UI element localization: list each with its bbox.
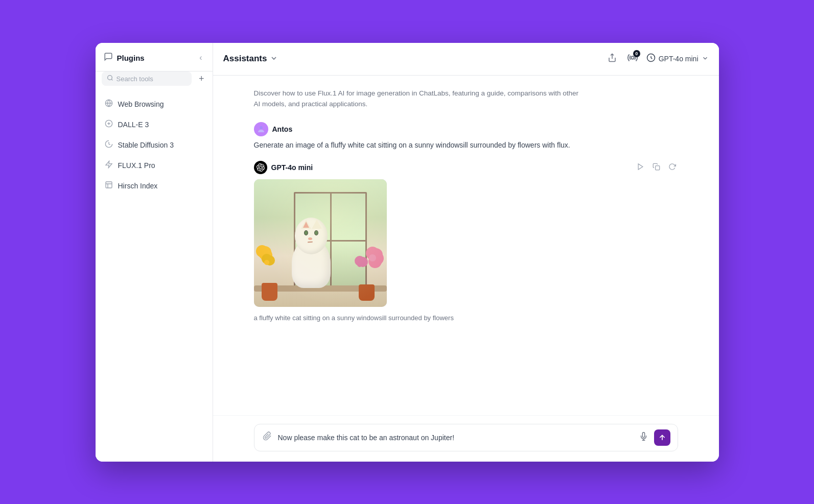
sidebar-item-hirsch-index[interactable]: Hirsch Index: [100, 176, 208, 196]
search-box: [102, 71, 192, 86]
sidebar-item-stable-diffusion[interactable]: Stable Diffusion 3: [100, 135, 208, 155]
main-content: Assistants: [213, 43, 719, 462]
sidebar-item-label-dalle3: DALL-E 3: [118, 121, 149, 129]
chevron-down-icon: [270, 54, 278, 64]
plugin-icon-flux1-pro: [105, 160, 113, 171]
assistant-message: GPT-4o mini: [254, 161, 678, 322]
chat-area: Discover how to use Flux.1 AI for image …: [213, 76, 719, 415]
svg-marker-11: [638, 164, 643, 170]
user-name: Antos: [272, 125, 293, 133]
search-input[interactable]: [117, 75, 187, 83]
search-row: +: [96, 71, 213, 90]
assistant-header: GPT-4o mini: [254, 161, 678, 174]
topbar-left[interactable]: Assistants: [223, 54, 278, 64]
send-button[interactable]: [654, 429, 670, 446]
sidebar-item-flux1-pro[interactable]: FLUX.1 Pro: [100, 156, 208, 175]
app-container: Plugins ‹ +: [96, 43, 719, 462]
sidebar-title: Plugins: [117, 54, 145, 62]
sidebar-item-label-hirsch-index: Hirsch Index: [118, 182, 158, 190]
search-icon: [107, 75, 113, 83]
plugin-icon-dalle3: [105, 119, 113, 130]
sidebar-item-label-web-browsing: Web Browsing: [118, 100, 164, 108]
input-area: [213, 415, 719, 462]
page-title: Assistants: [223, 54, 267, 64]
image-caption: a fluffy white cat sitting on a sunny wi…: [254, 314, 678, 322]
assistant-name: GPT-4o mini: [271, 163, 313, 172]
plugin-list: Web Browsing DALL-E 3 St: [96, 90, 213, 200]
sidebar-item-web-browsing[interactable]: Web Browsing: [100, 94, 208, 114]
sidebar-header-left: Plugins: [104, 52, 145, 64]
model-icon: [646, 53, 656, 65]
generated-image: [254, 179, 387, 307]
refresh-button[interactable]: [666, 162, 678, 173]
sidebar-item-label-flux1-pro: FLUX.1 Pro: [118, 161, 155, 170]
model-label: GPT-4o mini: [659, 55, 699, 63]
model-chevron-icon: [702, 55, 709, 63]
sidebar: Plugins ‹ +: [96, 43, 213, 462]
input-box: [254, 424, 678, 451]
copy-button[interactable]: [650, 162, 662, 173]
assistant-header-left: GPT-4o mini: [254, 161, 313, 174]
mic-button[interactable]: [638, 431, 649, 444]
share-button[interactable]: [606, 51, 619, 67]
assistant-actions: [635, 162, 678, 173]
svg-rect-12: [655, 166, 659, 170]
user-header: Antos: [254, 122, 678, 136]
play-button[interactable]: [635, 162, 646, 173]
topbar-right: 0 GPT-4o mini: [606, 50, 709, 68]
plugin-icon-web-browsing: [105, 99, 113, 109]
topbar: Assistants: [213, 43, 719, 76]
attach-button[interactable]: [262, 430, 273, 444]
model-selector-button[interactable]: GPT-4o mini: [646, 53, 709, 65]
context-text: Discover how to use Flux.1 AI for image …: [254, 88, 581, 110]
svg-point-8: [631, 56, 634, 59]
sidebar-item-label-stable-diffusion: Stable Diffusion 3: [118, 141, 174, 149]
avatar: [254, 122, 268, 136]
plugin-count-badge: 0: [633, 50, 640, 57]
chat-icon: [104, 52, 113, 64]
chat-input[interactable]: [278, 434, 633, 442]
svg-rect-6: [106, 182, 112, 188]
openai-icon: [254, 161, 267, 174]
sidebar-header: Plugins ‹: [96, 43, 213, 71]
user-message: Antos Generate an image of a fluffy whit…: [254, 122, 678, 151]
svg-point-0: [107, 76, 112, 80]
collapse-button[interactable]: ‹: [197, 52, 204, 63]
sidebar-item-dalle3[interactable]: DALL-E 3: [100, 115, 208, 134]
svg-point-10: [260, 126, 263, 129]
add-plugin-button[interactable]: +: [197, 71, 206, 86]
plugin-icon-stable-diffusion: [105, 140, 113, 150]
plugin-badge-button[interactable]: 0: [625, 50, 640, 68]
user-text: Generate an image of a fluffy white cat …: [254, 139, 571, 151]
svg-marker-5: [106, 161, 112, 167]
plugin-icon-hirsch-index: [105, 181, 113, 191]
svg-line-1: [111, 79, 112, 80]
